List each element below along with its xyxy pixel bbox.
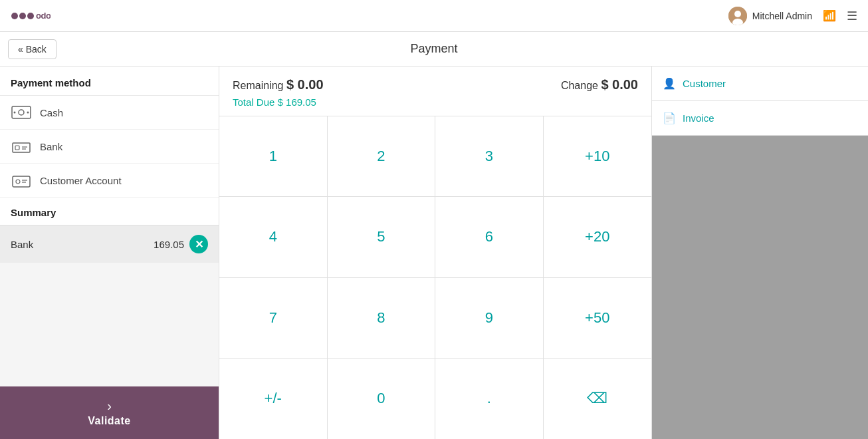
back-button[interactable]: « Back [8,39,56,59]
summary-row-actions: 169.05 ✕ [154,235,208,253]
bank-icon [11,139,32,154]
numpad-btn-_10[interactable]: +10 [544,116,652,197]
customer-label: Customer [683,78,726,89]
summary-section: Bank 169.05 ✕ [0,225,219,386]
invoice-item[interactable]: 📄 Invoice [652,101,868,136]
svg-text:odoo: odoo [36,10,51,20]
invoice-icon: 📄 [663,112,676,124]
cash-icon [11,105,32,120]
remaining-section: Remaining $ 0.00 [233,77,324,92]
payment-method-cash[interactable]: Cash [0,96,219,130]
numpad-btn-_[interactable]: ⌫ [544,359,652,439]
payment-summary-top: Remaining $ 0.00 Change $ 0.00 [233,77,638,92]
right-panel-gray-area [652,136,868,439]
svg-rect-15 [13,176,30,187]
numpad-btn-_50[interactable]: +50 [544,278,652,359]
main-layout: Payment method Cash [0,67,868,439]
remaining-label: Remaining [233,80,283,91]
cash-label: Cash [40,107,63,118]
remove-summary-button[interactable]: ✕ [189,235,208,253]
payment-method-title: Payment method [0,67,219,96]
summary-title: Summary [0,198,219,225]
validate-area[interactable]: › Validate [0,386,219,439]
validate-label: Validate [88,415,130,427]
numpad-btn-4[interactable]: 4 [219,197,328,277]
topbar-right: Mitchell Admin 📶 ☰ [728,7,857,25]
numpad-btn-3[interactable]: 3 [435,116,544,197]
numpad-area: Remaining $ 0.00 Change $ 0.00 Total Due… [219,67,652,439]
numpad-btn-_[interactable]: . [435,359,544,439]
total-due-label: Total Due [233,96,274,108]
change-section: Change $ 0.00 [561,77,638,92]
wifi-icon: 📶 [823,9,836,22]
numpad-btn-___[interactable]: +/- [219,359,328,439]
payment-method-bank[interactable]: Bank [0,130,219,164]
user-name: Mitchell Admin [752,11,812,21]
payment-summary-bar: Remaining $ 0.00 Change $ 0.00 Total Due… [219,67,651,116]
change-label: Change [561,80,598,91]
right-panel: 👤 Customer 📄 Invoice [652,67,868,439]
numpad-btn-1[interactable]: 1 [219,116,328,197]
customer-person-icon: 👤 [663,77,676,90]
summary-bank-label: Bank [11,239,33,250]
numpad-btn-6[interactable]: 6 [435,197,544,277]
svg-point-9 [14,112,16,114]
change-value: $ 0.00 [601,77,638,92]
page-title: Payment [410,42,457,56]
summary-bank-amount: 169.05 [154,239,184,250]
numpad-grid: 123+10456+20789+50+/-0.⌫ [219,116,651,439]
numpad-btn-0[interactable]: 0 [328,359,436,439]
svg-point-10 [27,112,29,114]
customer-item[interactable]: 👤 Customer [652,67,868,101]
numpad-btn-8[interactable]: 8 [328,278,436,359]
numpad-btn-2[interactable]: 2 [328,116,436,197]
back-label: « Back [18,44,47,55]
svg-point-5 [734,11,741,17]
svg-point-2 [27,13,34,19]
customer-account-icon [11,173,32,188]
invoice-label: Invoice [683,112,714,124]
total-due: Total Due $ 169.05 [233,96,638,108]
svg-rect-12 [15,146,19,150]
numpad-btn-_20[interactable]: +20 [544,197,652,277]
odoo-logo: odoo [11,6,51,25]
numpad-btn-7[interactable]: 7 [219,278,328,359]
bank-label: Bank [40,141,62,152]
summary-row: Bank 169.05 ✕ [0,225,219,263]
remaining-value: $ 0.00 [286,77,324,92]
topbar: odoo Mitchell Admin 📶 ☰ [0,0,868,32]
total-due-value: $ 169.05 [278,96,316,108]
avatar [728,7,747,25]
svg-point-16 [16,180,20,184]
menu-icon[interactable]: ☰ [847,9,857,23]
svg-point-1 [19,13,26,19]
customer-account-label: Customer Account [40,175,122,186]
svg-point-0 [11,13,18,19]
user-info: Mitchell Admin [728,7,812,25]
svg-point-8 [19,110,24,115]
validate-arrow-icon: › [107,398,112,414]
page-header: « Back Payment [0,32,868,67]
numpad-btn-9[interactable]: 9 [435,278,544,359]
payment-method-customer-account[interactable]: Customer Account [0,164,219,198]
numpad-btn-5[interactable]: 5 [328,197,436,277]
sidebar: Payment method Cash [0,67,219,439]
